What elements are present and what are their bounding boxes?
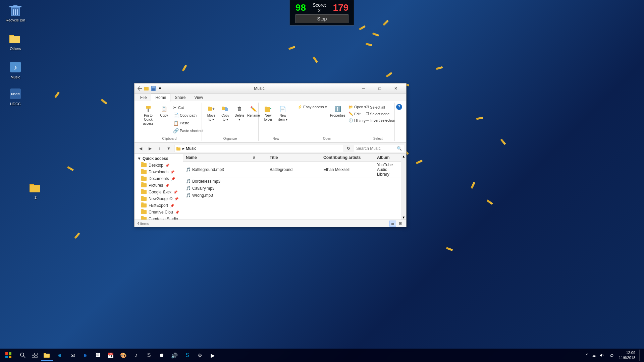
move-to-button[interactable]: Moveto ▾	[205, 104, 218, 123]
col-header-title[interactable]: Title	[267, 155, 321, 160]
refresh-button[interactable]: ↻	[344, 146, 353, 151]
table-row[interactable]: 🎵 Wrong.mp3	[183, 192, 401, 199]
start-button[interactable]	[0, 349, 17, 362]
ribbon-tab-share[interactable]: Share	[170, 94, 190, 101]
taskbar-edge-button[interactable]: e	[54, 349, 66, 361]
pin-label: Pin to Quickaccess	[142, 114, 155, 126]
select-all-button[interactable]: ☑ Select all	[364, 104, 397, 110]
taskbar-app-button-1[interactable]: 📅	[105, 349, 117, 361]
svg-rect-23	[146, 106, 151, 109]
new-folder-button[interactable]: Newfolder	[261, 104, 275, 123]
taskbar-app-button-4[interactable]: S	[143, 349, 155, 361]
desktop-icon-udcc[interactable]: UDCC UDCC	[3, 87, 28, 106]
invert-selection-button[interactable]: ↔ Invert selection	[364, 117, 397, 123]
search-box[interactable]: 🔍	[354, 145, 404, 152]
pictures-pin: 📌	[165, 184, 169, 187]
up-button[interactable]: ↑	[155, 144, 163, 153]
show-desktop-button[interactable]	[639, 350, 641, 361]
select-none-button[interactable]: ☐ Select none	[364, 111, 397, 117]
system-clock[interactable]: 12:09 11/6/2018	[616, 350, 638, 361]
taskbar-skype-button[interactable]: S	[181, 349, 193, 361]
copy-button[interactable]: 📋 Copy	[157, 104, 171, 119]
explorer-body: ▼ Quick access Desktop 📌 Downloads 📌 Doc…	[135, 154, 406, 220]
taskbar-app-button-7[interactable]: ▶	[207, 349, 219, 361]
taskbar-search-button[interactable]	[17, 349, 29, 361]
tray-keyboard-icon[interactable]	[606, 355, 607, 356]
sidebar-item-pictures[interactable]: Pictures 📌	[135, 182, 183, 189]
table-row[interactable]: 🎵 Cavalry.mp3	[183, 185, 401, 192]
sidebar-item-downloads[interactable]: Downloads 📌	[135, 169, 183, 175]
taskbar-app-button-6[interactable]: ⚙	[194, 349, 206, 361]
sidebar-item-fbx-export[interactable]: FBXExport 📌	[135, 202, 183, 209]
copy-path-button[interactable]: 📄 Copy path	[171, 112, 205, 119]
stop-button[interactable]: Stop	[296, 14, 348, 23]
taskbar-mail-button[interactable]: ✉	[66, 349, 78, 361]
taskbar-photos-button[interactable]: 🖼	[92, 349, 104, 361]
easy-access-button[interactable]: ⚡ Easy access ▾	[296, 104, 329, 110]
taskbar-ie-button[interactable]: e	[79, 349, 91, 361]
table-row[interactable]: 🎵 Battleground.mp3 Battleground Ethan Me…	[183, 162, 401, 178]
documents-folder-icon	[141, 177, 147, 181]
taskbar-app-button-3[interactable]: ♪	[130, 349, 142, 361]
volume-icon	[599, 353, 604, 358]
ribbon-tab-home[interactable]: Home	[151, 94, 170, 102]
desktop-icon-music[interactable]: ♪ Music	[3, 60, 28, 79]
col-header-artist[interactable]: Contributing artists	[321, 155, 374, 160]
taskbar-task-view-button[interactable]	[29, 349, 41, 361]
paste-shortcut-button[interactable]: 🔗 Paste shortcut	[171, 127, 205, 134]
sidebar-item-new-google-d[interactable]: NewGoogleD 📌	[135, 195, 183, 202]
ribbon-tab-view[interactable]: View	[190, 94, 207, 101]
desktop-icon-others[interactable]: Others	[3, 32, 28, 51]
sidebar-item-desktop[interactable]: Desktop 📌	[135, 162, 183, 169]
svg-point-42	[20, 353, 24, 356]
back-button[interactable]: ◀	[137, 144, 145, 153]
col-header-name[interactable]: Name	[183, 155, 250, 160]
desktop-item-label: Desktop	[149, 163, 163, 168]
ribbon-tab-file[interactable]: File	[136, 94, 151, 101]
taskbar-app-button-5[interactable]: 🔊	[168, 349, 180, 361]
help-button[interactable]: ?	[396, 104, 402, 110]
properties-label: Properties	[330, 114, 345, 118]
clipboard-label: Clipboard	[140, 136, 199, 141]
sidebar-item-creative-clo[interactable]: Creative Clou 📌	[135, 209, 183, 216]
table-row[interactable]: 🎵 Borderless.mp3	[183, 178, 401, 185]
sidebar-item-documents[interactable]: Documents 📌	[135, 175, 183, 182]
search-input[interactable]	[356, 146, 395, 151]
tray-network-icon[interactable]	[591, 353, 597, 358]
taskbar-file-explorer-button[interactable]	[41, 349, 53, 361]
rename-button[interactable]: ✏️ Rename	[247, 104, 260, 119]
recent-button[interactable]: ▼	[165, 144, 173, 153]
forward-button[interactable]: ▶	[146, 144, 154, 153]
tray-up-arrow[interactable]: ⌃	[585, 352, 590, 359]
col-header-album[interactable]: Album	[374, 155, 401, 160]
tiles-view-button[interactable]: ⊞	[397, 221, 404, 227]
delete-button[interactable]: 🗑 Delete ▾	[233, 104, 246, 123]
col-header-hash[interactable]: #	[250, 155, 267, 160]
pin-to-quick-access-button[interactable]: Pin to Quickaccess	[140, 104, 157, 127]
minimize-button[interactable]: ─	[356, 83, 371, 94]
scroll-down-button[interactable]: ▼	[401, 215, 406, 220]
desktop-icon-folder-2[interactable]: 2	[23, 193, 48, 199]
select-all-icon: ☑	[366, 105, 369, 109]
mail-icon: ✉	[70, 352, 75, 359]
new-item-button[interactable]: 📄 New item ▾	[275, 104, 290, 123]
desktop-icon-recycle-bin[interactable]: Recycle Bin	[3, 3, 28, 22]
taskbar-app-button-2[interactable]: 🎨	[117, 349, 129, 361]
sidebar-section-quick-access[interactable]: ▼ Quick access	[135, 155, 183, 162]
taskbar-obs-button[interactable]: ⏺	[156, 349, 168, 361]
tray-notifications-icon[interactable]	[609, 352, 615, 358]
address-path[interactable]: ▸ Music	[174, 145, 343, 152]
properties-button[interactable]: ℹ️ Properties	[329, 104, 346, 119]
paste-button[interactable]: 📋 Paste	[171, 119, 205, 127]
details-view-button[interactable]: ☰	[389, 221, 396, 227]
music-label: Music	[11, 75, 20, 79]
tray-volume-icon[interactable]	[599, 352, 605, 358]
scroll-up-button[interactable]: ▲	[401, 154, 406, 159]
maximize-button[interactable]: □	[372, 83, 387, 94]
sidebar-item-camtasia[interactable]: Camtasia Studio	[135, 216, 183, 220]
copy-to-button[interactable]: Copyto ▾	[219, 104, 232, 123]
cut-button[interactable]: ✂ Cut	[171, 104, 205, 111]
sidebar-item-google-disk[interactable]: Google Диск 📌	[135, 189, 183, 195]
clipboard-items: Pin to Quickaccess 📋 Copy ✂ Cut	[140, 103, 199, 136]
close-button[interactable]: ✕	[388, 83, 404, 94]
